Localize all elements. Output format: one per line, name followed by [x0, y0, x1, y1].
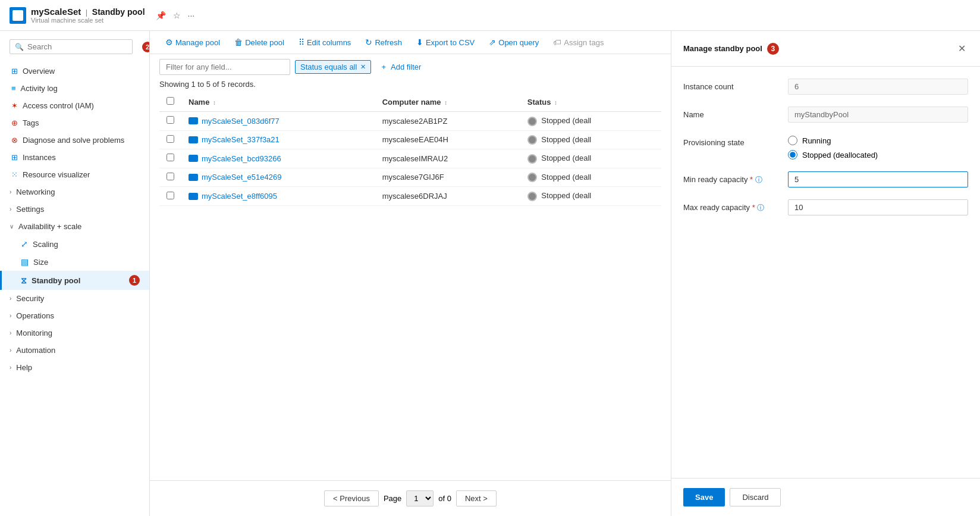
sidebar-item-access-control[interactable]: ✶ Access control (IAM): [0, 97, 149, 114]
sidebar-item-standby-pool[interactable]: ⧖ Standby pool 1: [0, 271, 149, 290]
assign-tags-btn[interactable]: 🏷 Assign tags: [547, 35, 610, 50]
status-icon: [527, 117, 537, 126]
vm-name-link[interactable]: myScaleSet_083d6f77: [189, 117, 368, 126]
edit-columns-btn[interactable]: ⠿ Edit columns: [293, 35, 357, 50]
breadcrumb-page: Standby pool: [92, 7, 145, 17]
ellipsis-icon-btn[interactable]: ···: [187, 10, 196, 21]
row-checkbox[interactable]: [167, 135, 174, 143]
sidebar-item-size[interactable]: ▤ Size: [0, 253, 149, 271]
sidebar-item-networking[interactable]: › Networking: [0, 183, 149, 201]
search-box[interactable]: 🔍: [10, 39, 133, 54]
export-csv-btn[interactable]: ⬇ Export to CSV: [410, 35, 480, 50]
sidebar-item-availability-scale[interactable]: ∨ Availability + scale: [0, 218, 149, 235]
toolbar: ⚙ Manage pool 🗑 Delete pool ⠿ Edit colum…: [150, 31, 671, 54]
collapse-sidebar-btn[interactable]: 2: [140, 39, 150, 55]
sidebar-label-settings: Settings: [16, 205, 44, 214]
vm-name-link[interactable]: myScaleSet_e51e4269: [189, 173, 368, 182]
vm-name-link[interactable]: myScaleSet_e8ff6095: [189, 192, 368, 201]
row-status: Stopped (deall: [520, 130, 661, 149]
row-name: myScaleSet_bcd93266: [181, 149, 375, 168]
sort-computer-name-icon[interactable]: ↕: [444, 99, 447, 106]
radio-running-input[interactable]: [788, 136, 797, 145]
vm-name-link[interactable]: myScaleSet_337f3a21: [189, 135, 368, 144]
filter-tag-close[interactable]: ✕: [360, 63, 366, 71]
row-computer-name: myscalese7GIJ6F: [375, 168, 520, 187]
row-name: myScaleSet_083d6f77: [181, 112, 375, 131]
sidebar-item-settings[interactable]: › Settings: [0, 201, 149, 218]
radio-stopped[interactable]: Stopped (deallocated): [788, 150, 968, 160]
min-ready-input[interactable]: [788, 171, 968, 187]
row-name: myScaleSet_e51e4269: [181, 168, 375, 187]
delete-pool-btn[interactable]: 🗑 Delete pool: [228, 35, 290, 50]
sidebar-item-operations[interactable]: › Operations: [0, 307, 149, 324]
chevron-monitoring-icon: ›: [10, 330, 11, 336]
search-input[interactable]: [27, 42, 127, 51]
overview-icon: ⊞: [11, 67, 18, 76]
col-header-status: Status ↕: [520, 92, 661, 112]
min-info-icon[interactable]: ⓘ: [755, 176, 762, 184]
standby-pool-badge: 1: [129, 275, 140, 286]
row-checkbox-cell: [159, 149, 181, 168]
sidebar-item-security[interactable]: › Security: [0, 290, 149, 307]
next-btn[interactable]: Next >: [456, 490, 497, 506]
row-checkbox[interactable]: [167, 154, 174, 161]
pin-icon-btn[interactable]: 📌: [155, 10, 167, 21]
max-info-icon[interactable]: ⓘ: [757, 204, 764, 212]
sidebar-nav: ⊞ Overview ≡ Activity log ✶ Access contr…: [0, 62, 149, 376]
radio-running[interactable]: Running: [788, 136, 968, 145]
sort-status-icon[interactable]: ↕: [554, 99, 557, 106]
sidebar-item-overview[interactable]: ⊞ Overview: [0, 62, 149, 80]
manage-pool-btn[interactable]: ⚙ Manage pool: [159, 35, 226, 50]
sidebar-item-resource-visualizer[interactable]: ⁙ Resource visualizer: [0, 166, 149, 183]
sidebar-item-automation[interactable]: › Automation: [0, 342, 149, 359]
panel-body: Instance count 6 Name myStandbyPool Prov…: [671, 67, 980, 478]
table-row: myScaleSet_e8ff6095 myscalese6DRJAJ Stop…: [159, 187, 661, 206]
content-area: ⚙ Manage pool 🗑 Delete pool ⠿ Edit colum…: [150, 31, 671, 516]
sidebar-item-monitoring[interactable]: › Monitoring: [0, 324, 149, 342]
chevron-availability-icon: ∨: [10, 223, 14, 230]
sidebar-item-scaling[interactable]: ⤢ Scaling: [0, 235, 149, 253]
provisioning-label: Provisioning state: [683, 135, 778, 147]
open-query-btn[interactable]: ⇗ Open query: [483, 35, 545, 50]
vm-name-link[interactable]: myScaleSet_bcd93266: [189, 154, 368, 163]
close-panel-btn[interactable]: ✕: [956, 40, 968, 57]
filter-tag-status: Status equals all ✕: [295, 60, 371, 74]
panel-row-instance-count: Instance count 6: [683, 79, 968, 95]
refresh-btn[interactable]: ↻ Refresh: [359, 35, 408, 50]
sidebar-label-monitoring: Monitoring: [16, 329, 52, 337]
activity-log-icon: ≡: [11, 84, 16, 93]
sidebar-item-help[interactable]: › Help: [0, 359, 149, 376]
max-ready-label: Max ready capacity * ⓘ: [683, 199, 778, 213]
sort-name-icon[interactable]: ↕: [213, 99, 216, 106]
instance-count-value: 6: [788, 79, 968, 95]
select-all-checkbox[interactable]: [167, 97, 174, 105]
main-container: 🔍 2 « ⊞ Overview ≡ Activity log ✶ Access…: [0, 31, 980, 516]
chevron-security-icon: ›: [10, 295, 11, 302]
star-icon-btn[interactable]: ☆: [172, 10, 182, 21]
previous-btn[interactable]: < Previous: [324, 490, 379, 506]
filter-input[interactable]: [159, 59, 290, 75]
max-ready-input[interactable]: [788, 199, 968, 215]
table-row: myScaleSet_e51e4269 myscalese7GIJ6F Stop…: [159, 168, 661, 187]
row-checkbox[interactable]: [167, 192, 174, 199]
table-row: myScaleSet_337f3a21 myscaleseEAE04H Stop…: [159, 130, 661, 149]
sidebar-item-instances[interactable]: ⊞ Instances: [0, 149, 149, 166]
radio-stopped-input[interactable]: [788, 150, 797, 160]
row-checkbox[interactable]: [167, 116, 174, 124]
instance-count-readonly: 6: [788, 79, 968, 95]
chevron-networking-icon: ›: [10, 189, 11, 195]
discard-btn[interactable]: Discard: [730, 488, 781, 506]
header-icons: 📌 ☆ ···: [155, 10, 196, 21]
standby-pool-icon: ⧖: [21, 276, 27, 286]
provisioning-value: Running Stopped (deallocated): [788, 135, 968, 160]
panel-footer: Save Discard: [671, 478, 980, 516]
row-name: myScaleSet_e8ff6095: [181, 187, 375, 206]
sidebar-item-diagnose[interactable]: ⊗ Diagnose and solve problems: [0, 132, 149, 149]
sidebar-item-activity-log[interactable]: ≡ Activity log: [0, 80, 149, 97]
page-select[interactable]: 1: [406, 490, 434, 506]
row-checkbox[interactable]: [167, 173, 174, 180]
sidebar-item-tags[interactable]: ⊕ Tags: [0, 114, 149, 132]
add-filter-btn[interactable]: + Add filter: [376, 60, 426, 74]
save-btn[interactable]: Save: [683, 488, 725, 506]
export-csv-icon: ⬇: [416, 37, 423, 47]
